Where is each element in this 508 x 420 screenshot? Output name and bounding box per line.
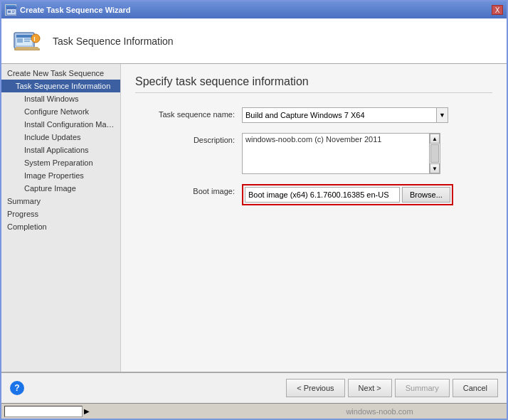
browse-button[interactable]: Browse... [402,187,450,203]
task-sequence-name-field: ▼ [242,107,492,123]
task-sequence-name-input[interactable] [242,107,437,123]
description-input[interactable]: windows-noob.com (c) November 2011 [242,133,429,174]
description-scrollbar: ▲ ▼ [429,133,440,174]
statusbar-input [4,406,83,417]
sidebar-item-progress[interactable]: Progress [1,208,120,220]
sidebar-item-install-windows[interactable]: Install Windows [1,92,120,105]
boot-image-text: Boot image (x64) 6.1.7600.16385 en-US [245,187,400,203]
svg-rect-12 [16,47,38,50]
content-area: Create New Task Sequence Task Sequence I… [1,64,507,372]
svg-rect-3 [12,11,15,11]
name-scrollbar: ▼ [437,107,448,123]
sidebar-item-completion[interactable]: Completion [1,220,120,233]
svg-rect-1 [6,6,16,9]
description-row: Description: windows-noob.com (c) Novemb… [135,133,492,174]
sidebar-item-task-sequence-info[interactable]: Task Sequence Information [1,80,120,92]
scroll-down-arrow[interactable]: ▼ [430,163,440,173]
footer-left: ? [10,381,24,395]
sidebar-item-capture-image[interactable]: Capture Image [1,182,120,195]
sidebar-item-system-prep[interactable]: System Preparation [1,156,120,169]
description-label: Description: [135,133,242,144]
svg-rect-10 [24,41,30,42]
cancel-button[interactable]: Cancel [453,379,498,397]
watermark: windows-noob.com [255,407,504,416]
boot-image-label: Boot image: [135,184,242,195]
svg-point-13 [31,34,40,43]
sidebar-item-install-config-mgr[interactable]: Install Configuration Manag... [1,118,120,131]
sidebar-item-create-new[interactable]: Create New Task Sequence [1,67,120,80]
title-bar: Create Task Sequence Wizard X [1,1,507,18]
sidebar-item-summary[interactable]: Summary [1,195,120,208]
scroll-up-arrow[interactable]: ▲ [430,134,440,144]
panel-title: Specify task sequence information [135,75,492,93]
header-title: Task Sequence Information [53,36,174,47]
statusbar-arrow[interactable]: ▶ [84,407,90,415]
footer: ? < Previous Next > Summary Cancel [1,372,507,403]
summary-button[interactable]: Summary [395,379,450,397]
boot-image-row: Boot image: Boot image (x64) 6.1.7600.16… [135,184,492,205]
footer-buttons: < Previous Next > Summary Cancel [286,379,498,397]
wizard-icon [5,4,16,16]
statusbar-left: ▶ [4,406,253,417]
previous-button[interactable]: < Previous [286,379,344,397]
task-sequence-name-row: Task sequence name: ▼ [135,107,492,123]
svg-rect-4 [12,12,14,13]
close-button[interactable]: X [492,5,503,15]
svg-text:!: ! [33,36,36,43]
sidebar-item-install-apps[interactable]: Install Applications [1,144,120,156]
scroll-thumb [430,144,439,163]
sidebar-item-configure-network[interactable]: Configure Network [1,105,120,118]
title-bar-left: Create Task Sequence Wizard [5,4,131,16]
statusbar: ▶ windows-noob.com [1,403,507,419]
window-title: Create Task Sequence Wizard [20,6,131,14]
next-button[interactable]: Next > [348,379,392,397]
main-panel: Specify task sequence information Task s… [121,64,507,372]
sidebar-item-image-props[interactable]: Image Properties [1,169,120,182]
svg-rect-8 [17,38,23,43]
svg-rect-9 [24,38,31,40]
boot-image-field: Boot image (x64) 6.1.7600.16385 en-US Br… [242,184,492,205]
task-sequence-name-label: Task sequence name: [135,107,242,119]
sidebar: Create New Task Sequence Task Sequence I… [1,64,121,372]
wizard-window: Create Task Sequence Wizard X ! Task Seq… [0,0,508,420]
svg-rect-7 [16,35,32,38]
header-icon: ! [10,24,44,58]
help-button[interactable]: ? [10,381,24,395]
boot-image-highlight: Boot image (x64) 6.1.7600.16385 en-US Br… [242,184,453,205]
sidebar-item-include-updates[interactable]: Include Updates [1,131,120,144]
description-field: windows-noob.com (c) November 2011 ▲ ▼ [242,133,492,174]
svg-rect-2 [8,11,11,13]
header-area: ! Task Sequence Information [1,18,507,64]
